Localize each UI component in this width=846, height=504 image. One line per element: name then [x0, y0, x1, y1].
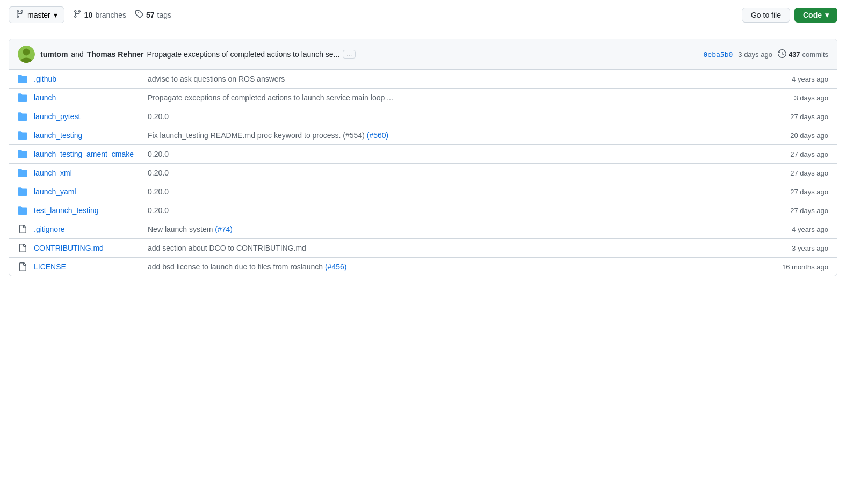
file-time: 16 months ago	[775, 263, 828, 271]
commit-header: tumtom and Thomas Rehner Propagate excep…	[9, 39, 837, 70]
file-commit-message: 0.20.0	[148, 150, 768, 158]
file-commit-message: add bsd license to launch due to files f…	[148, 262, 768, 271]
header-actions: Go to file Code ▾	[742, 8, 837, 23]
commit-link[interactable]: (#456)	[325, 262, 346, 271]
file-name[interactable]: launch	[34, 93, 141, 102]
commit-author-main[interactable]: tumtom	[40, 50, 68, 59]
file-time: 27 days ago	[775, 188, 828, 196]
file-commit-message: Propagate exceptions of completed action…	[148, 93, 768, 102]
branch-meta-icon	[73, 10, 82, 20]
avatar	[18, 46, 35, 63]
branch-icon	[16, 10, 24, 20]
code-button[interactable]: Code ▾	[794, 8, 837, 23]
folder-icon	[18, 206, 27, 215]
file-icon	[18, 262, 27, 272]
file-commit-message: 0.20.0	[148, 206, 768, 215]
commit-author-connector: and	[71, 50, 83, 59]
file-icon	[18, 224, 27, 234]
commit-ellipsis[interactable]: ...	[343, 50, 356, 59]
table-row: LICENSEadd bsd license to launch due to …	[9, 258, 837, 276]
file-time: 20 days ago	[775, 132, 828, 140]
file-name[interactable]: .gitignore	[34, 225, 141, 233]
branches-link[interactable]: 10 branches	[73, 10, 126, 20]
commit-link[interactable]: (#560)	[367, 131, 388, 140]
commits-count: 437	[789, 50, 800, 59]
table-row: launch_yaml0.20.027 days ago	[9, 182, 837, 201]
branch-chevron-icon: ▾	[54, 11, 57, 19]
tag-icon	[135, 10, 143, 20]
file-time: 27 days ago	[775, 169, 828, 177]
file-icon	[18, 243, 27, 253]
file-time: 3 days ago	[775, 94, 828, 102]
table-row: launch_pytest0.20.027 days ago	[9, 107, 837, 126]
commit-hash[interactable]: 0eba5b0	[704, 50, 733, 59]
file-commit-message: New launch system (#74)	[148, 225, 768, 233]
table-row: launchPropagate exceptions of completed …	[9, 89, 837, 107]
commit-author-secondary[interactable]: Thomas Rehner	[87, 50, 144, 59]
table-row: CONTRIBUTING.mdadd section about DCO to …	[9, 239, 837, 258]
tags-count: 57	[146, 11, 155, 19]
table-row: .gitignoreNew launch system (#74)4 years…	[9, 220, 837, 239]
folder-icon	[18, 112, 27, 121]
commit-message: Propagate exceptions of completed action…	[147, 50, 340, 59]
branches-count: 10	[84, 11, 93, 19]
folder-icon	[18, 187, 27, 196]
file-commit-message: 0.20.0	[148, 112, 768, 121]
commits-label: commits	[802, 50, 828, 59]
file-commit-message: advise to ask questions on ROS answers	[148, 75, 768, 83]
code-label: Code	[803, 11, 822, 19]
folder-icon	[18, 93, 27, 103]
file-time: 4 years ago	[775, 75, 828, 83]
branch-meta: 10 branches 57 tags	[73, 10, 733, 20]
svg-point-1	[23, 49, 30, 56]
file-commit-message: 0.20.0	[148, 169, 768, 177]
folder-icon	[18, 130, 27, 140]
file-table: tumtom and Thomas Rehner Propagate excep…	[9, 39, 837, 276]
table-row: launch_testing_ament_cmake0.20.027 days …	[9, 145, 837, 164]
commit-link[interactable]: (#74)	[215, 225, 233, 233]
go-to-file-button[interactable]: Go to file	[742, 8, 790, 23]
repo-toolbar: master ▾ 10 branches 57 tags Go to file	[0, 0, 846, 30]
commit-info: tumtom and Thomas Rehner Propagate excep…	[40, 50, 698, 59]
file-commit-message: Fix launch_testing README.md proc keywor…	[148, 131, 768, 140]
file-time: 27 days ago	[775, 207, 828, 215]
file-name[interactable]: LICENSE	[34, 262, 141, 271]
code-chevron-icon: ▾	[825, 11, 829, 19]
file-time: 3 years ago	[775, 244, 828, 252]
file-name[interactable]: launch_xml	[34, 169, 141, 177]
file-name[interactable]: .github	[34, 75, 141, 83]
file-name[interactable]: launch_pytest	[34, 112, 141, 121]
tags-link[interactable]: 57 tags	[135, 10, 171, 20]
file-name[interactable]: test_launch_testing	[34, 206, 141, 215]
file-name[interactable]: launch_testing	[34, 131, 141, 140]
table-row: test_launch_testing0.20.027 days ago	[9, 201, 837, 220]
history-icon	[778, 49, 786, 60]
file-time: 27 days ago	[775, 150, 828, 158]
file-rows: .githubadvise to ask questions on ROS an…	[9, 70, 837, 276]
file-name[interactable]: launch_yaml	[34, 187, 141, 196]
tags-label: tags	[157, 11, 171, 19]
file-name[interactable]: CONTRIBUTING.md	[34, 244, 141, 252]
folder-icon	[18, 149, 27, 159]
file-commit-message: 0.20.0	[148, 187, 768, 196]
branch-selector[interactable]: master ▾	[9, 6, 64, 23]
branch-name: master	[27, 11, 50, 19]
file-commit-message: add section about DCO to CONTRIBUTING.md	[148, 244, 768, 252]
file-time: 4 years ago	[775, 225, 828, 233]
commit-time: 3 days ago	[738, 50, 772, 59]
file-time: 27 days ago	[775, 113, 828, 121]
table-row: launch_testingFix launch_testing README.…	[9, 126, 837, 145]
folder-icon	[18, 74, 27, 84]
file-name[interactable]: launch_testing_ament_cmake	[34, 150, 141, 158]
folder-icon	[18, 168, 27, 178]
commit-history[interactable]: 437 commits	[778, 49, 828, 60]
branches-label: branches	[95, 11, 126, 19]
table-row: .githubadvise to ask questions on ROS an…	[9, 70, 837, 89]
table-row: launch_xml0.20.027 days ago	[9, 164, 837, 182]
